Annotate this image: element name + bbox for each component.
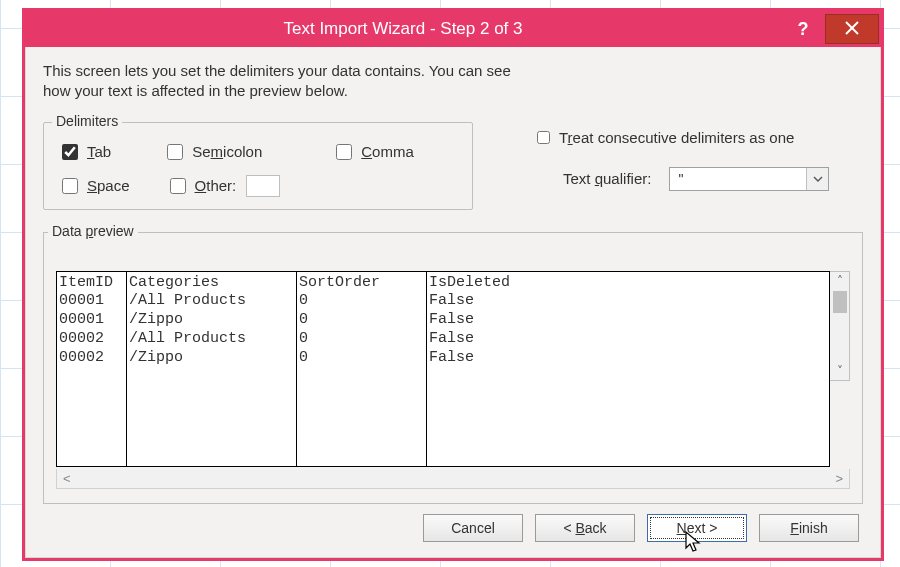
delimiter-tab[interactable]: Tab — [58, 141, 111, 163]
next-button[interactable]: Next > — [647, 514, 747, 542]
delimiter-other[interactable]: Other: — [166, 175, 281, 197]
finish-button[interactable]: Finish — [759, 514, 859, 542]
delimiter-comma[interactable]: Comma — [332, 141, 414, 163]
data-preview-fieldset: Data preview ItemID 00001 00001 00002 00… — [43, 232, 863, 505]
text-qualifier-select[interactable]: " — [669, 167, 829, 191]
titlebar: Text Import Wizard - Step 2 of 3 ? — [25, 11, 881, 47]
dialog-button-row: Cancel < Back Next > Finish — [43, 504, 863, 550]
delimiter-comma-checkbox[interactable] — [336, 144, 352, 160]
preview-vertical-scrollbar[interactable]: ˄ ˅ — [830, 271, 850, 381]
treat-consecutive-checkbox[interactable] — [537, 131, 550, 144]
delimiter-space-checkbox[interactable] — [62, 178, 78, 194]
chevron-down-icon — [806, 168, 828, 190]
dialog-body: This screen lets you set the delimiters … — [25, 47, 881, 558]
scroll-up-icon[interactable]: ˄ — [830, 272, 849, 290]
cancel-button[interactable]: Cancel — [423, 514, 523, 542]
data-preview-table: ItemID 00001 00001 00002 00002Categories… — [56, 271, 830, 468]
delimiter-other-input[interactable] — [246, 175, 280, 197]
scroll-down-icon[interactable]: ˅ — [830, 362, 849, 380]
scroll-right-icon[interactable]: > — [835, 471, 843, 486]
preview-column: ItemID 00001 00001 00002 00002 — [57, 272, 127, 467]
help-button[interactable]: ? — [781, 19, 825, 40]
data-preview-legend: Data preview — [48, 223, 138, 239]
preview-column: SortOrder 0 0 0 0 — [297, 272, 427, 467]
preview-column: Categories /All Products /Zippo /All Pro… — [127, 272, 297, 467]
scroll-thumb[interactable] — [833, 291, 847, 313]
instructions-text: This screen lets you set the delimiters … — [43, 61, 863, 102]
back-button[interactable]: < Back — [535, 514, 635, 542]
treat-consecutive[interactable]: Treat consecutive delimiters as one — [533, 128, 863, 147]
delimiter-semicolon-checkbox[interactable] — [167, 144, 183, 160]
close-button[interactable] — [825, 14, 879, 44]
delimiters-fieldset: Delimiters Tab Semicolon Com — [43, 122, 473, 210]
text-qualifier-label: Text qualifier: — [563, 170, 651, 187]
instructions-line1: This screen lets you set the delimiters … — [43, 62, 511, 79]
dialog-title: Text Import Wizard - Step 2 of 3 — [25, 19, 781, 39]
delimiter-tab-checkbox[interactable] — [62, 144, 78, 160]
delimiter-semicolon[interactable]: Semicolon — [163, 141, 262, 163]
delimiter-options-right: Treat consecutive delimiters as one Text… — [473, 116, 863, 191]
scroll-left-icon[interactable]: < — [63, 471, 71, 486]
delimiter-space[interactable]: Space — [58, 175, 130, 197]
close-icon — [845, 21, 859, 38]
delimiter-other-checkbox[interactable] — [170, 178, 186, 194]
instructions-line2: how your text is affected in the preview… — [43, 82, 348, 99]
delimiters-legend: Delimiters — [52, 113, 122, 129]
text-import-wizard-dialog: Text Import Wizard - Step 2 of 3 ? This … — [22, 8, 884, 561]
preview-horizontal-scrollbar[interactable]: < > — [56, 469, 850, 489]
preview-column: IsDeleted False False False False — [427, 272, 829, 467]
text-qualifier-value: " — [678, 171, 683, 187]
